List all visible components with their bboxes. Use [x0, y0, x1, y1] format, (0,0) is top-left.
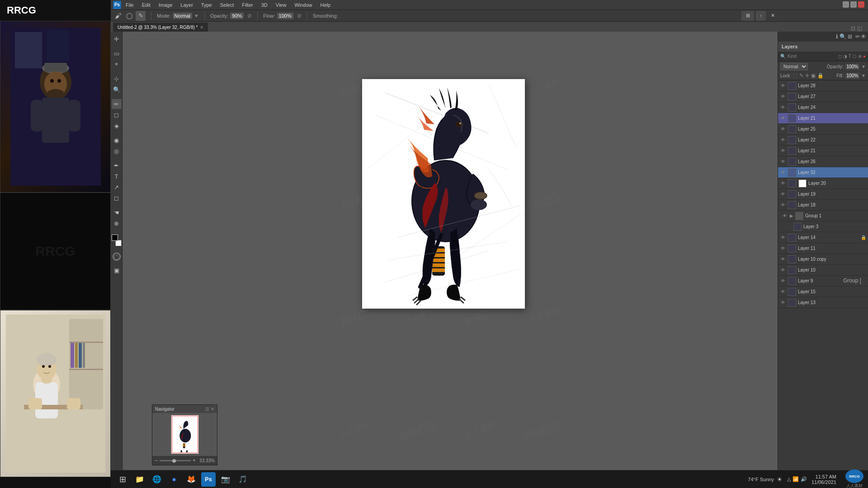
- layer-visibility-toggle[interactable]: 👁: [780, 159, 786, 165]
- menu-type[interactable]: Type: [198, 1, 216, 9]
- layer-visibility-toggle[interactable]: 👁: [780, 94, 786, 100]
- camera-button[interactable]: 📷: [218, 472, 233, 487]
- quick-mask-button[interactable]: ◌: [113, 253, 121, 261]
- zoom-fit-icon[interactable]: ⊡: [851, 25, 855, 32]
- layer-visibility-toggle[interactable]: 👁: [780, 289, 786, 295]
- nav-zoom-in-button[interactable]: +: [193, 457, 196, 464]
- layer-visibility-toggle[interactable]: 👁: [780, 300, 786, 306]
- chrome-button[interactable]: ●: [167, 472, 181, 487]
- minimize-button[interactable]: ─: [843, 1, 849, 8]
- close-button[interactable]: ✕: [858, 1, 864, 8]
- type-tool[interactable]: T: [112, 171, 122, 181]
- volume-icon[interactable]: 🔊: [801, 476, 807, 482]
- group-expand-icon[interactable]: ▶: [790, 213, 793, 218]
- layer-visibility-toggle[interactable]: 👁: [780, 126, 786, 132]
- mode-value[interactable]: Normal: [173, 13, 192, 19]
- layer-item[interactable]: 👁 Layer 25: [778, 124, 868, 135]
- flow-pressure-icon[interactable]: ⊘: [297, 13, 302, 19]
- layer-item[interactable]: 👁 Layer 18: [778, 200, 868, 211]
- firefox-button[interactable]: 🦊: [184, 472, 198, 487]
- blur-tool[interactable]: ◉: [112, 135, 122, 145]
- system-clock[interactable]: 11:57 AM 11/06/2021: [811, 474, 836, 485]
- flow-value[interactable]: 100%: [277, 13, 293, 19]
- brush-tool[interactable]: ✏: [112, 99, 122, 109]
- menu-layer[interactable]: Layer: [177, 1, 197, 9]
- filter-text-icon[interactable]: T: [849, 54, 851, 59]
- layer-visibility-toggle[interactable]: 👁: [780, 137, 786, 143]
- zoom-tool[interactable]: ⊕: [112, 218, 122, 228]
- brush-preset-icon[interactable]: 🖌: [113, 11, 123, 21]
- layer-visibility-toggle[interactable]: 👁: [780, 148, 786, 154]
- menu-filter[interactable]: Filter: [238, 1, 256, 9]
- layer-visibility-toggle[interactable]: 👁: [780, 180, 786, 187]
- lock-all-icon[interactable]: 🔒: [817, 73, 824, 79]
- layer-visibility-toggle[interactable]: 👁: [780, 256, 786, 263]
- music-button[interactable]: 🎵: [236, 472, 250, 487]
- layer-item[interactable]: 👁 Layer 10: [778, 265, 868, 276]
- lock-image-icon[interactable]: ✎: [799, 73, 803, 79]
- navigator-menu-icon[interactable]: ☰: [205, 407, 209, 412]
- view-toggle-icon[interactable]: ◱: [857, 25, 862, 32]
- filter-shape-icon[interactable]: ⬡: [853, 54, 857, 59]
- menu-image[interactable]: Image: [155, 1, 176, 9]
- navigator-close-icon[interactable]: ✕: [211, 407, 214, 412]
- lasso-tool[interactable]: ⌖: [112, 59, 122, 69]
- filter-active-icon[interactable]: ●: [863, 54, 866, 59]
- layer-item[interactable]: 👁 Layer 22: [778, 135, 868, 145]
- filter-adjust-icon[interactable]: ◑: [843, 54, 847, 59]
- browser-button-1[interactable]: 🌐: [150, 472, 164, 487]
- layers-list[interactable]: 👁 Layer 28 👁 Layer 27 👁 Layer 24: [778, 80, 868, 468]
- brush-right-icon[interactable]: ✏: [855, 33, 860, 40]
- paint-bucket-tool[interactable]: ◈: [112, 121, 122, 131]
- layer-visibility-toggle[interactable]: 👁: [780, 278, 786, 284]
- layer-visibility-toggle[interactable]: 👁: [780, 245, 786, 252]
- tab-close-icon[interactable]: ✕: [200, 25, 203, 30]
- menu-file[interactable]: File: [122, 1, 137, 9]
- eraser-tool[interactable]: ◻: [112, 110, 122, 120]
- background-color-swatch[interactable]: [115, 240, 122, 246]
- filter-smart-icon[interactable]: ⊛: [858, 54, 862, 59]
- layer-item[interactable]: 👁 Layer 28: [778, 80, 868, 91]
- brush-options-icon[interactable]: ✎: [136, 11, 146, 21]
- layer-visibility-toggle[interactable]: 👁: [780, 104, 786, 111]
- nav-zoom-slider[interactable]: [160, 460, 191, 461]
- layer-group-item[interactable]: 👁 ▶ Group 1: [778, 211, 868, 221]
- screen-mode-button[interactable]: ▣: [112, 265, 122, 275]
- menu-window[interactable]: Window: [291, 1, 316, 9]
- layer-item[interactable]: 👁 Layer 19: [778, 189, 868, 200]
- file-explorer-button[interactable]: 📁: [132, 472, 147, 487]
- layer-visibility-toggle[interactable]: ○: [785, 224, 792, 230]
- layer-visibility-toggle[interactable]: 👁: [780, 267, 786, 273]
- dodge-tool[interactable]: ◎: [112, 146, 122, 156]
- layer-item[interactable]: 👁 Layer 14 🔒: [778, 232, 868, 243]
- layer-item[interactable]: 👁 Layer 21: [778, 145, 868, 156]
- filter-pixel-icon[interactable]: ◻: [838, 54, 842, 59]
- layer-item[interactable]: 👁 Layer 15: [778, 286, 868, 297]
- menu-3d[interactable]: 3D: [258, 1, 271, 9]
- close-panel-icon[interactable]: ✕: [768, 11, 778, 21]
- search-icon[interactable]: 🔍: [840, 33, 846, 40]
- lock-position-icon[interactable]: ✛: [805, 73, 809, 79]
- navigator-preview[interactable]: [152, 413, 217, 456]
- pen-tool[interactable]: ✒: [112, 160, 122, 170]
- start-button[interactable]: ⊞: [115, 472, 130, 487]
- layer-item[interactable]: 👁 Layer 26: [778, 156, 868, 167]
- path-select-tool[interactable]: ↗: [112, 182, 122, 192]
- photoshop-taskbar-button[interactable]: Ps: [201, 472, 216, 487]
- share-icon[interactable]: ↑: [756, 11, 766, 21]
- eyedropper-tool[interactable]: 🔍: [112, 84, 122, 94]
- info-icon[interactable]: ℹ: [836, 33, 838, 40]
- menu-select[interactable]: Select: [217, 1, 238, 9]
- brush-size-icon[interactable]: ◯: [124, 11, 134, 21]
- maximize-button[interactable]: □: [850, 1, 857, 8]
- layer-visibility-toggle[interactable]: 👁: [780, 169, 786, 176]
- crop-tool[interactable]: ⊹: [112, 74, 122, 84]
- layer-visibility-toggle[interactable]: 👁: [782, 213, 788, 219]
- layer-visibility-toggle[interactable]: 👁: [780, 235, 786, 241]
- arrange-icon[interactable]: ⊞: [741, 11, 754, 21]
- layer-item[interactable]: 👁 Layer 10 copy: [778, 254, 868, 265]
- rectangle-select-tool[interactable]: ▭: [112, 48, 122, 58]
- layer-item[interactable]: 👁 Layer 32: [778, 167, 868, 178]
- tray-icon-1[interactable]: △: [787, 476, 791, 482]
- panels-icon[interactable]: ⊞: [848, 33, 852, 40]
